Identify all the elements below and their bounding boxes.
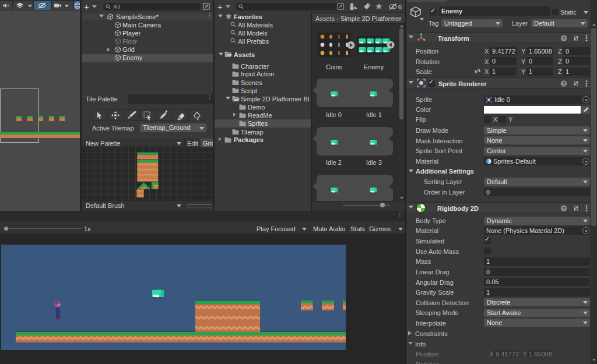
- svg-text:?: ?: [562, 81, 566, 87]
- svg-text:?: ?: [562, 36, 566, 41]
- svg-text:?: ?: [562, 206, 566, 211]
